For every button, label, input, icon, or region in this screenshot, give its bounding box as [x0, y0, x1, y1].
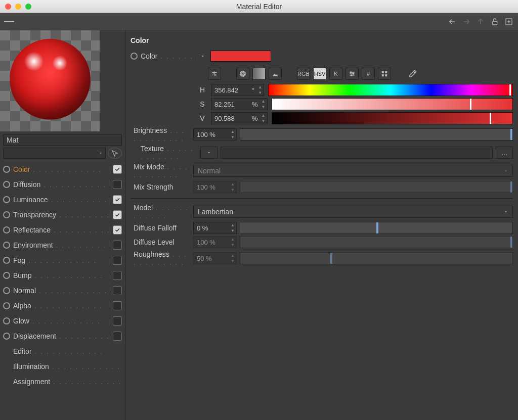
diffuse-falloff-input[interactable]	[194, 224, 229, 232]
texture-menu-button[interactable]	[200, 147, 218, 159]
value-input[interactable]	[211, 115, 252, 122]
channel-bump-anim-toggle[interactable]	[3, 272, 10, 279]
channel-alpha-anim-toggle[interactable]	[3, 302, 10, 309]
texture-row: Texture ...	[131, 145, 513, 161]
roughness-label: Roughness	[134, 250, 190, 266]
channel-color-checkbox[interactable]	[113, 165, 122, 174]
channel-glow-anim-toggle[interactable]	[3, 317, 10, 324]
material-name-field[interactable]: Mat	[3, 134, 122, 146]
picker-mode-spectrum-icon[interactable]	[252, 68, 266, 80]
lock-icon[interactable]	[490, 17, 500, 27]
channel-reflectance-anim-toggle[interactable]	[3, 226, 10, 234]
saturation-field[interactable]: % ▲▼	[211, 98, 268, 110]
channel-reflectance[interactable]: Reflectance	[3, 222, 122, 238]
menu-icon[interactable]	[4, 17, 14, 27]
channel-alpha-checkbox[interactable]	[113, 301, 122, 310]
channel-displacement-checkbox[interactable]	[113, 332, 122, 341]
material-picker-icon[interactable]	[108, 148, 122, 159]
eyedropper-icon[interactable]	[406, 68, 419, 80]
hue-step-down[interactable]: ▼	[256, 90, 264, 96]
diffuse-falloff-slider[interactable]	[240, 222, 513, 234]
channel-editor-label: Editor	[13, 347, 122, 355]
channel-assignment[interactable]: Assignment	[3, 374, 122, 389]
colorspace-rgb-button[interactable]: RGB	[297, 68, 310, 80]
picker-mode-slider-icon[interactable]	[208, 68, 221, 80]
channel-transparency-label: Transparency	[13, 211, 110, 219]
channel-transparency-anim-toggle[interactable]	[3, 211, 10, 218]
channel-environment[interactable]: Environment	[3, 238, 122, 253]
brightness-field[interactable]: ▲▼	[193, 128, 237, 141]
channel-environment-anim-toggle[interactable]	[3, 242, 10, 249]
mixstrength-row: Mix Strength ▲▼	[131, 181, 513, 193]
picker-hex-icon[interactable]: #	[362, 68, 375, 80]
channel-color-anim-toggle[interactable]	[3, 166, 10, 173]
channel-glow-checkbox[interactable]	[113, 316, 122, 325]
picker-mode-wheel-icon[interactable]	[236, 68, 249, 80]
colorspace-hsv-button[interactable]: HSV	[313, 68, 326, 80]
back-icon[interactable]	[447, 17, 457, 27]
add-icon[interactable]	[504, 17, 514, 27]
picker-mixer-icon[interactable]	[346, 68, 359, 80]
channel-illumination[interactable]: Illumination	[3, 359, 122, 374]
hue-step-up[interactable]: ▲	[256, 84, 264, 90]
saturation-input[interactable]	[211, 101, 252, 108]
value-field[interactable]: % ▲▼	[211, 112, 268, 124]
channel-fog-anim-toggle[interactable]	[3, 257, 10, 264]
channel-transparency-checkbox[interactable]	[113, 210, 122, 219]
channel-displacement-anim-toggle[interactable]	[3, 333, 10, 340]
hue-field[interactable]: ° ▲▼	[211, 84, 264, 96]
channel-luminance-checkbox[interactable]	[113, 195, 122, 204]
color-expand-toggle[interactable]	[200, 54, 207, 59]
channel-bump-checkbox[interactable]	[113, 271, 122, 280]
saturation-slider[interactable]	[272, 98, 513, 110]
picker-mode-image-icon[interactable]	[269, 68, 282, 80]
channel-luminance[interactable]: Luminance	[3, 192, 122, 207]
sat-step-down[interactable]: ▼	[260, 104, 267, 110]
channel-glow[interactable]: Glow	[3, 313, 122, 329]
brightness-label: Brightness	[134, 126, 190, 143]
hue-slider[interactable]	[268, 84, 513, 96]
diffuse-falloff-field[interactable]: ▲▼	[193, 222, 237, 234]
channel-editor[interactable]: Editor	[3, 344, 122, 359]
channel-diffusion[interactable]: Diffusion	[3, 177, 122, 192]
forward-icon[interactable]	[461, 17, 471, 27]
colorspace-kelvin-button[interactable]: K	[329, 68, 342, 80]
color-anim-toggle[interactable]	[131, 53, 138, 60]
val-step-up[interactable]: ▲	[260, 113, 267, 118]
channel-bump[interactable]: Bump	[3, 268, 122, 283]
brightness-slider[interactable]	[240, 128, 513, 141]
channel-color[interactable]: Color	[3, 162, 122, 177]
texture-path-field[interactable]	[221, 147, 493, 159]
texture-browse-button[interactable]: ...	[496, 147, 513, 159]
channel-normal-anim-toggle[interactable]	[3, 287, 10, 294]
channel-displacement[interactable]: Displacement	[3, 329, 122, 344]
main-toolbar	[0, 13, 518, 30]
mixstrength-field: ▲▼	[193, 181, 237, 193]
channel-normal[interactable]: Normal	[3, 283, 122, 298]
channel-diffusion-checkbox[interactable]	[113, 180, 122, 189]
sat-step-up[interactable]: ▲	[260, 99, 267, 104]
color-swatch[interactable]	[210, 51, 271, 62]
channel-alpha[interactable]: Alpha	[3, 298, 122, 313]
picker-swatches-icon[interactable]	[378, 68, 391, 80]
roughness-row: Roughness ▲▼	[131, 250, 513, 266]
channel-environment-checkbox[interactable]	[113, 241, 122, 250]
channel-reflectance-checkbox[interactable]	[113, 225, 122, 235]
hue-input[interactable]	[211, 86, 252, 94]
channel-transparency[interactable]: Transparency	[3, 207, 122, 222]
brightness-input[interactable]	[194, 131, 229, 138]
channel-fog-checkbox[interactable]	[113, 256, 122, 265]
material-preview[interactable]	[0, 30, 100, 131]
roughness-field: ▲▼	[193, 252, 237, 264]
val-step-down[interactable]: ▼	[260, 118, 267, 124]
up-icon[interactable]	[476, 17, 486, 27]
hue-row: H ° ▲▼	[131, 84, 513, 96]
material-layer-select[interactable]	[3, 148, 106, 159]
model-select[interactable]: Lambertian	[193, 206, 513, 218]
value-slider[interactable]	[272, 112, 513, 124]
svg-rect-6	[382, 71, 384, 73]
channel-diffusion-anim-toggle[interactable]	[3, 181, 10, 188]
channel-normal-checkbox[interactable]	[113, 286, 122, 295]
channel-luminance-anim-toggle[interactable]	[3, 196, 10, 203]
channel-fog[interactable]: Fog	[3, 253, 122, 268]
